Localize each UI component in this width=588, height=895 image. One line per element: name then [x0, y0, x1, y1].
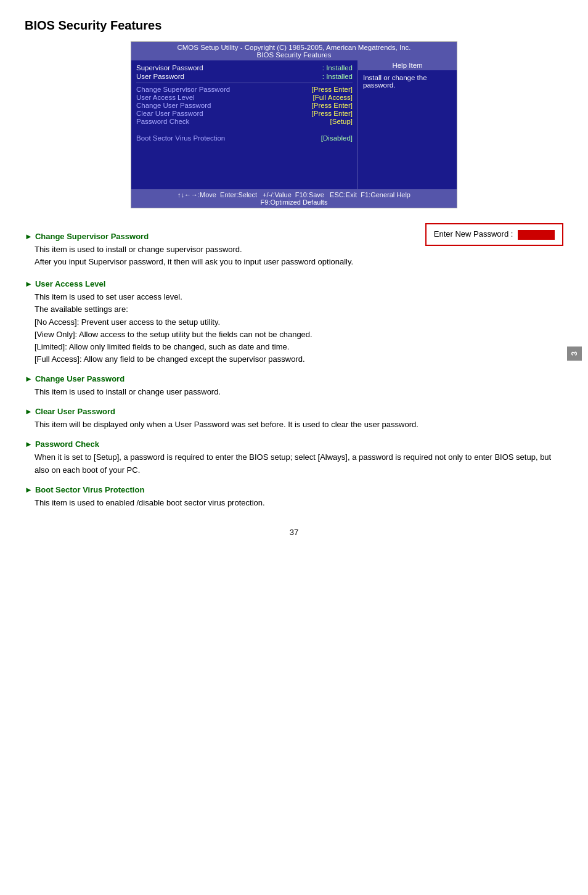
section-heading-user-access-level: ► User Access Level: [25, 279, 563, 288]
section-heading-change-user-password: ► Change User Password: [25, 374, 563, 383]
supervisor-password-row: Supervisor Password : Installed: [136, 64, 353, 72]
user-password-row: User Password : Installed: [136, 73, 353, 80]
bios-menu-row-2: Change User Password [Press Enter]: [136, 102, 353, 109]
bios-left-panel: Supervisor Password : Installed User Pas…: [131, 60, 358, 189]
bios-bottom-bar: ↑↓←→:Move Enter:Select +/-/:Value F10:Sa…: [131, 189, 457, 208]
bios-help-text: Install or change the password.: [363, 74, 452, 89]
section-body-clear-user-password: This item will be displayed only when a …: [35, 419, 563, 431]
arrow-icon: ►: [25, 232, 33, 241]
password-input-field[interactable]: [518, 230, 555, 240]
password-dialog-label: Enter New Password :: [434, 229, 513, 239]
section-body-password-check: When it is set to [Setup], a password is…: [35, 451, 563, 476]
bios-menu-row-4: Password Check [Setup]: [136, 118, 353, 125]
section-heading-change-supervisor: ► Change Supervisor Password: [25, 232, 413, 241]
arrow-icon-2: ►: [25, 279, 33, 288]
bios-menu-row-1: User Access Level [Full Access]: [136, 94, 353, 101]
arrow-icon-4: ►: [25, 407, 33, 416]
section-body-change-user-password: This item is used to install or change u…: [35, 386, 563, 398]
arrow-icon-5: ►: [25, 439, 33, 449]
bios-screenshot: CMOS Setup Utility - Copyright (C) 1985-…: [131, 41, 457, 208]
section-heading-clear-user-password: ► Clear User Password: [25, 407, 563, 416]
bios-help-title: Help Item: [358, 60, 457, 70]
bios-title-bar: CMOS Setup Utility - Copyright (C) 1985-…: [131, 42, 457, 60]
arrow-icon-3: ►: [25, 374, 33, 383]
section-heading-password-check: ► Password Check: [25, 439, 563, 449]
arrow-icon-6: ►: [25, 485, 33, 494]
bios-right-panel: Help Item Install or change the password…: [358, 60, 457, 189]
chapter-tab: 3: [567, 346, 582, 361]
bios-menu-row-0: Change Supervisor Password [Press Enter]: [136, 86, 353, 93]
section-body-change-supervisor: This item is used to install or change s…: [35, 243, 413, 268]
page-title: BIOS Security Features: [25, 18, 563, 33]
password-dialog: Enter New Password :: [425, 223, 563, 246]
bios-boot-sector-row: Boot Sector Virus Protection [Disabled]: [136, 134, 353, 142]
section-body-boot-sector: This item is used to enabled /disable bo…: [35, 497, 563, 509]
page-number: 37: [25, 528, 563, 537]
section-heading-boot-sector: ► Boot Sector Virus Protection: [25, 485, 563, 494]
bios-menu-row-3: Clear User Password [Press Enter]: [136, 110, 353, 117]
section-body-user-access-level: This item is used to set user access lev…: [35, 291, 563, 366]
